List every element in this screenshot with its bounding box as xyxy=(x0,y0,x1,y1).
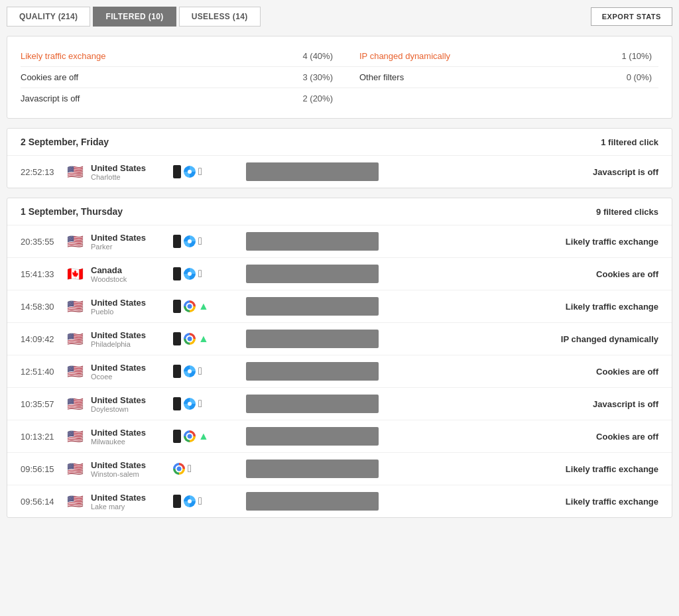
summary-value-traffic-exchange: 4 (40%) xyxy=(302,51,333,61)
phone-icon xyxy=(173,430,181,443)
click-time: 22:52:13 xyxy=(21,167,67,177)
day-header-sep1: 1 September, Thursday9 filtered clicks xyxy=(7,198,672,225)
chrome-icon xyxy=(184,430,196,442)
summary-label-javascript-off: Javascript is off xyxy=(21,93,80,103)
flag-icon: 🇺🇸 xyxy=(67,165,87,178)
phone-icon xyxy=(173,267,181,280)
click-city: Milwaukee xyxy=(91,438,173,446)
click-location: United States Doylestown xyxy=(87,395,173,413)
safari-icon xyxy=(184,166,196,178)
day-count-sep1: 9 filtered clicks xyxy=(596,207,658,217)
click-location: United States Charlotte xyxy=(87,163,173,181)
click-location: United States Philadelphia xyxy=(87,330,173,348)
click-city: Winston-salem xyxy=(91,470,173,478)
click-city: Woodstock xyxy=(91,275,173,283)
click-location: Canada Woodstock xyxy=(87,265,173,283)
click-icons: ▲ xyxy=(173,430,233,443)
tab-quality[interactable]: QUALITY (214) xyxy=(7,7,90,27)
click-bar xyxy=(246,492,379,511)
click-country: United States xyxy=(91,163,173,173)
click-reason: Likely traffic exchange xyxy=(532,237,658,247)
flag-icon: 🇺🇸 xyxy=(67,235,87,248)
click-country: United States xyxy=(91,330,173,340)
click-time: 09:56:15 xyxy=(21,464,67,474)
click-bar xyxy=(246,297,379,316)
click-bar-container xyxy=(233,330,532,348)
flag-icon: 🇺🇸 xyxy=(67,462,87,475)
safari-icon xyxy=(184,365,196,377)
click-country: United States xyxy=(91,298,173,308)
click-location: United States Milwaukee xyxy=(87,428,173,446)
click-location: United States Pueblo xyxy=(87,298,173,316)
flag-icon: 🇺🇸 xyxy=(67,365,87,378)
summary-item-ip-changed: IP changed dynamically 1 (10%) xyxy=(340,46,658,67)
apple-icon:  xyxy=(198,166,202,178)
flag-icon: 🇺🇸 xyxy=(67,300,87,313)
click-time: 14:09:42 xyxy=(21,334,67,344)
click-city: Lake mary xyxy=(91,503,173,511)
click-reason: Javascript is off xyxy=(532,399,658,409)
click-bar-container xyxy=(233,460,532,478)
phone-icon xyxy=(173,165,181,178)
click-city: Ocoee xyxy=(91,373,173,381)
day-header-sep2: 2 September, Friday1 filtered click xyxy=(7,129,672,156)
click-bar-container xyxy=(233,427,532,446)
click-bar-container xyxy=(233,232,532,251)
apple-icon:  xyxy=(198,495,202,507)
android-icon: ▲ xyxy=(198,333,209,345)
day-section-sep2: 2 September, Friday1 filtered click 22:5… xyxy=(7,128,672,188)
chrome-icon xyxy=(184,333,196,345)
android-icon: ▲ xyxy=(198,430,209,442)
apple-icon:  xyxy=(198,365,202,377)
safari-icon xyxy=(184,495,196,507)
click-reason: Cookies are off xyxy=(532,269,658,279)
click-reason: IP changed dynamically xyxy=(532,334,658,344)
summary-label-other-filters: Other filters xyxy=(359,72,404,82)
click-city: Pueblo xyxy=(91,308,173,316)
flag-icon: 🇺🇸 xyxy=(67,332,87,345)
phone-icon xyxy=(173,300,181,313)
click-time: 09:56:14 xyxy=(21,497,67,507)
apple-icon:  xyxy=(198,398,202,410)
export-stats-button[interactable]: EXPORT STATS xyxy=(591,7,672,26)
summary-item-other-filters: Other filters 0 (0%) xyxy=(340,67,658,88)
day-count-sep2: 1 filtered click xyxy=(601,137,658,147)
click-country: United States xyxy=(91,363,173,373)
summary-label-ip-changed: IP changed dynamically xyxy=(359,51,450,61)
click-reason: Likely traffic exchange xyxy=(532,302,658,312)
click-time: 20:35:55 xyxy=(21,237,67,247)
safari-icon xyxy=(184,398,196,410)
phone-icon xyxy=(173,332,181,345)
click-bar-container xyxy=(233,265,532,283)
table-row: 10:35:57 🇺🇸 United States Doylestown  J… xyxy=(7,388,672,420)
click-bar xyxy=(246,460,379,478)
table-row: 15:41:33 🇨🇦 Canada Woodstock  Cookies a… xyxy=(7,258,672,290)
click-city: Doylestown xyxy=(91,405,173,413)
click-city: Charlotte xyxy=(91,173,173,181)
flag-icon: 🇺🇸 xyxy=(67,495,87,508)
click-icons:  xyxy=(173,235,233,248)
summary-value-cookies-off: 3 (30%) xyxy=(302,72,333,82)
click-icons: ▲ xyxy=(173,300,233,313)
click-reason: Javascript is off xyxy=(532,167,658,177)
click-time: 12:51:40 xyxy=(21,367,67,377)
summary-value-javascript-off: 2 (20%) xyxy=(302,93,333,103)
tab-useless[interactable]: USELESS (14) xyxy=(179,7,261,27)
table-row: 09:56:14 🇺🇸 United States Lake mary  Li… xyxy=(7,485,672,517)
click-country: Canada xyxy=(91,265,173,275)
click-bar xyxy=(246,427,379,446)
click-location: United States Parker xyxy=(87,233,173,251)
table-row: 22:52:13 🇺🇸 United States Charlotte  Ja… xyxy=(7,156,672,188)
table-row: 09:56:15 🇺🇸 United States Winston-salem … xyxy=(7,453,672,485)
click-icons:  xyxy=(173,463,233,475)
phone-icon xyxy=(173,235,181,248)
chrome-icon xyxy=(173,463,185,475)
click-country: United States xyxy=(91,460,173,470)
click-bar xyxy=(246,330,379,348)
click-bar-container xyxy=(233,162,532,181)
click-icons:  xyxy=(173,397,233,410)
click-time: 10:13:21 xyxy=(21,432,67,442)
tab-filtered[interactable]: FILTERED (10) xyxy=(93,7,176,27)
summary-value-other-filters: 0 (0%) xyxy=(627,72,652,82)
flag-icon: 🇺🇸 xyxy=(67,397,87,410)
